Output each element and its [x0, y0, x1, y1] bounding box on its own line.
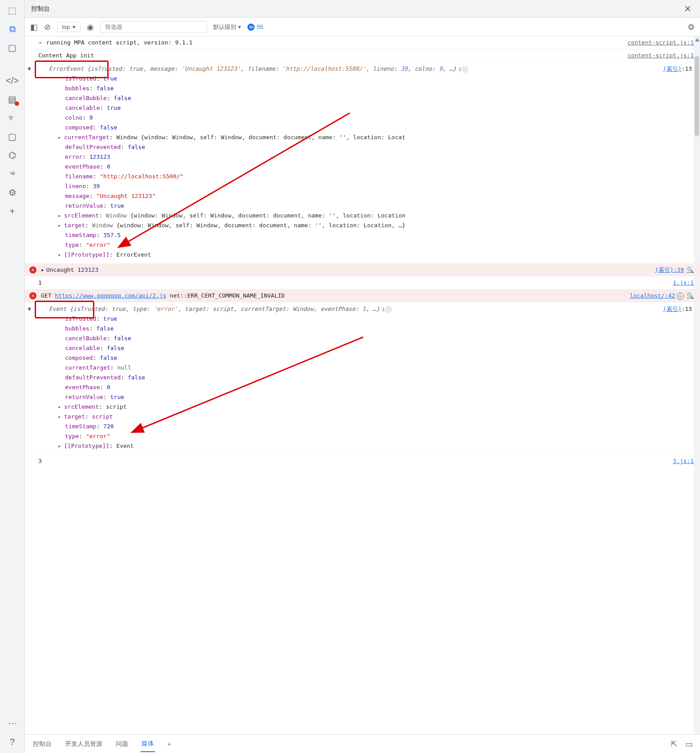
console-icon[interactable]: ▤ [7, 93, 18, 105]
error-icon: ✕ [29, 292, 36, 299]
bug-icon[interactable]: ⌬ [7, 149, 18, 161]
log-text: Content App init [38, 51, 94, 60]
context-selector[interactable]: top▾ [57, 22, 81, 32]
performance-icon[interactable]: ༄ [7, 168, 18, 180]
activity-bar: ⬚ ⧉ ▢ </> ▤ ᯤ ▢ ⌬ ༄ ⚙ + ⋯ ? [0, 0, 25, 753]
source-link[interactable]: 3.js:1 [664, 456, 694, 466]
expand-icon[interactable]: ▸ [58, 211, 64, 221]
tab-console[interactable]: 控制台 [32, 737, 53, 752]
search-icon[interactable]: 🔍 [687, 266, 694, 273]
source-link[interactable]: content-script.js:1 [619, 51, 694, 60]
error-event-object[interactable]: (索引):13 ▼ ErrorEvent {isTrusted: true, m… [25, 62, 700, 264]
drawer-tabs: 控制台 开发人员资源 问题 媒体 + ⇱ ▭ [25, 734, 700, 753]
object-properties: isTrusted: true bubbles: false cancelBub… [38, 314, 694, 451]
tab-media[interactable]: 媒体 [141, 736, 155, 752]
log-row[interactable]: 3 3.js:1 [25, 455, 700, 467]
log-row[interactable]: Content App init content-script.js:1 [25, 49, 700, 62]
network-icon[interactable]: ᯤ [7, 112, 18, 124]
drawer-toggle-icon[interactable]: ▭ [685, 739, 693, 749]
expand-icon[interactable]: ▸ [58, 441, 64, 451]
app-icon[interactable]: ▢ [7, 131, 18, 142]
clear-console-icon[interactable]: ⊘ [44, 22, 51, 32]
source-link[interactable]: 1.js:1 [664, 278, 694, 288]
expand-icon[interactable]: ▸ [58, 250, 64, 260]
settings-icon[interactable]: ⚙ [688, 22, 695, 32]
toggle-sidebar-icon[interactable]: ◧ [30, 22, 38, 32]
search-icon[interactable]: 🔍 [687, 292, 694, 299]
help-icon[interactable]: ? [7, 736, 18, 748]
source-link[interactable]: content-script.js:1 [619, 38, 694, 48]
memory-icon[interactable]: ⚙ [7, 187, 18, 198]
error-row[interactable]: ✕ ▸Uncaught 123123 (索引):39🔍 [25, 264, 700, 277]
log-level-selector[interactable]: 默认级别▾ [213, 23, 241, 31]
inspect-icon[interactable]: ⬚ [7, 4, 18, 16]
tab-issues[interactable]: 问题 [115, 737, 129, 752]
object-header[interactable]: ▼ ErrorEvent {isTrusted: true, message: … [38, 64, 694, 74]
add-tab-button[interactable]: + [166, 737, 172, 751]
console-toolbar: ◧ ⊘ top▾ ◉ 默认级别▾ ✉55 ⚙ [25, 18, 700, 36]
source-link[interactable]: (索引):13 [663, 304, 692, 314]
dock-icon[interactable]: ⇱ [671, 739, 677, 749]
message-count[interactable]: ✉55 [247, 24, 263, 31]
info-badge[interactable]: i [385, 306, 392, 313]
source-link[interactable]: (索引):39🔍 [646, 265, 694, 275]
expand-icon[interactable]: ▼ [38, 304, 45, 314]
source-link[interactable]: (索引):13 [663, 64, 692, 74]
log-row[interactable]: 1 1.js:1 [25, 277, 700, 290]
event-object[interactable]: (索引):13 ▼ Event {isTrusted: true, type: … [25, 302, 700, 455]
object-properties: isTrusted: true bubbles: false cancelBub… [38, 74, 694, 260]
live-expression-icon[interactable]: ◉ [87, 22, 94, 32]
filter-input[interactable] [100, 21, 207, 33]
object-header[interactable]: ▼ Event {isTrusted: true, type: 'error',… [38, 304, 694, 314]
expand-icon[interactable]: ▸ [58, 412, 64, 422]
info-badge[interactable]: i [461, 66, 469, 73]
log-text: running MPA content script, version: 9.1… [46, 38, 193, 48]
sources-icon[interactable]: </> [7, 75, 18, 86]
panel-title: 控制台 [31, 5, 50, 13]
add-panel-icon[interactable]: + [7, 205, 18, 217]
log-row[interactable]: → running MPA content script, version: 9… [25, 36, 700, 49]
console-log-area: → running MPA content script, version: 9… [25, 36, 700, 734]
arrow-icon: → [38, 38, 42, 48]
source-link[interactable]: localhost/:42↻🔍 [621, 291, 694, 301]
revision-icon[interactable]: ↻ [677, 293, 684, 300]
expand-icon[interactable]: ▼ [38, 64, 45, 74]
tab-dev-resources[interactable]: 开发人员资源 [64, 737, 103, 752]
error-row[interactable]: ✕ GET https://www.qqqqqqq.com/api/2.js n… [25, 290, 700, 302]
expand-icon[interactable]: ▸ [58, 221, 64, 230]
page-icon[interactable]: ▢ [7, 42, 18, 53]
close-button[interactable]: × [682, 2, 694, 16]
elements-icon[interactable]: ⧉ [7, 23, 18, 35]
more-icon[interactable]: ⋯ [7, 717, 18, 729]
expand-icon[interactable]: ▸ [58, 133, 64, 142]
error-icon: ✕ [29, 266, 36, 274]
panel-titlebar: 控制台 × [25, 0, 700, 18]
expand-icon[interactable]: ▸ [58, 402, 64, 412]
